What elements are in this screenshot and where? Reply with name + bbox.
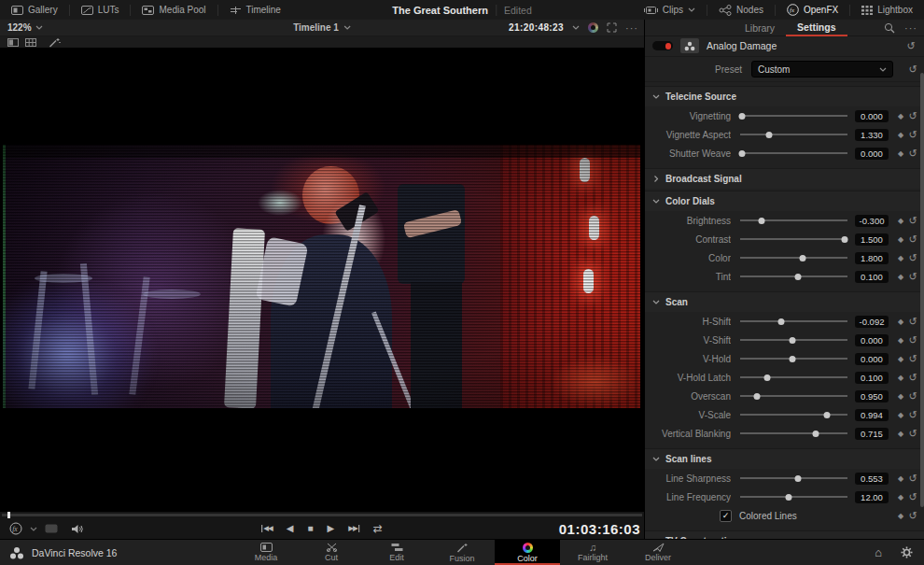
project-settings-gear-icon[interactable] [901, 546, 913, 558]
v-hold-latch-slider[interactable] [740, 372, 847, 383]
grade-indicator-icon[interactable] [588, 22, 598, 33]
panel-options-menu[interactable]: ··· [904, 22, 917, 34]
panel-scrollbar[interactable] [920, 73, 924, 507]
keyframe-icon[interactable]: ◆ [895, 318, 906, 326]
reset-icon[interactable]: ↺ [906, 272, 919, 282]
openfx-button[interactable]: fx OpenFX [776, 0, 849, 20]
v-shift-slider[interactable] [740, 334, 847, 346]
slider-knob[interactable] [795, 475, 802, 482]
reset-icon[interactable]: ↺ [906, 354, 919, 364]
keyframe-icon[interactable]: ◆ [895, 430, 906, 438]
slider-knob[interactable] [739, 113, 746, 120]
chevron-down-icon[interactable] [30, 527, 37, 531]
keyframe-icon[interactable]: ◆ [895, 235, 906, 244]
section-scan-lines[interactable]: Scan lines [645, 448, 924, 469]
colored-lines-checkbox[interactable]: ✓ [720, 510, 732, 522]
value-box[interactable]: 0.000 [855, 334, 889, 346]
clips-button[interactable]: Clips [633, 0, 707, 20]
tab-settings[interactable]: Settings [786, 20, 847, 36]
unmix-icon[interactable] [45, 524, 58, 533]
page-fairlight[interactable]: ♫ Fairlight [560, 540, 625, 565]
keyframe-icon[interactable]: ◆ [895, 149, 906, 158]
reset-icon[interactable]: ↺ [906, 391, 919, 402]
slider-knob[interactable] [824, 412, 831, 418]
reset-icon[interactable]: ↺ [906, 511, 919, 521]
tint-slider[interactable] [740, 271, 847, 282]
reset-icon[interactable]: ↺ [906, 216, 919, 226]
value-box[interactable]: 0.100 [855, 372, 889, 384]
brightness-slider[interactable] [740, 215, 847, 226]
slider-knob[interactable] [766, 132, 773, 138]
keyframe-icon[interactable]: ◆ [895, 336, 906, 345]
keyframe-icon[interactable]: ◆ [895, 411, 906, 419]
reset-icon[interactable]: ↺ [906, 130, 919, 140]
scrub-track[interactable] [2, 514, 642, 516]
stop-button[interactable]: ■ [307, 524, 313, 533]
reset-icon[interactable]: ↺ [906, 317, 919, 327]
slider-knob[interactable] [777, 318, 784, 325]
slider-knob[interactable] [795, 274, 802, 280]
enhanced-viewer-wand-icon[interactable] [49, 37, 61, 48]
value-box[interactable]: 0.950 [855, 390, 889, 403]
section-scan[interactable]: Scan [645, 291, 924, 312]
slider-knob[interactable] [790, 337, 796, 344]
contrast-slider[interactable] [740, 233, 847, 245]
v-hold-slider[interactable] [740, 353, 847, 364]
lightbox-button[interactable]: Lightbox [850, 0, 924, 20]
loop-button[interactable]: ⇄ [373, 523, 383, 534]
section-broadcast-signal[interactable]: Broadcast Signal [645, 168, 924, 189]
page-cut[interactable]: Cut [299, 540, 364, 565]
keyframe-icon[interactable]: ◆ [895, 392, 906, 401]
nodes-button[interactable]: Nodes [707, 0, 775, 20]
section-telecine-source[interactable]: Telecine Source [645, 86, 924, 106]
bypass-grades-icon[interactable]: fx [9, 522, 22, 535]
go-to-last-frame-button[interactable]: ▶▶ [348, 525, 359, 532]
zoom-level-dropdown[interactable]: 122% [0, 22, 43, 33]
value-box[interactable]: 1.500 [855, 233, 889, 246]
reset-icon[interactable]: ↺ [906, 373, 919, 383]
timeline-selector-dropdown[interactable]: Timeline 1 [293, 22, 351, 33]
preset-reset-icon[interactable]: ↺ [906, 64, 919, 75]
slider-knob[interactable] [739, 150, 746, 157]
search-icon[interactable] [884, 22, 895, 34]
slider-knob[interactable] [812, 431, 819, 437]
value-box[interactable]: 0.000 [855, 353, 889, 365]
reset-icon[interactable]: ↺ [906, 253, 919, 263]
value-box[interactable]: 0.715 [855, 428, 889, 440]
fx-reset-icon[interactable]: ↺ [904, 41, 917, 51]
slider-knob[interactable] [790, 356, 796, 362]
viewer-video[interactable] [3, 145, 640, 408]
value-box[interactable]: 0.100 [855, 271, 889, 283]
reset-icon[interactable]: ↺ [906, 429, 919, 439]
fx-enable-toggle[interactable] [652, 41, 673, 50]
reset-icon[interactable]: ↺ [906, 410, 919, 420]
keyframe-icon[interactable]: ◆ [895, 493, 906, 501]
reset-icon[interactable]: ↺ [906, 148, 919, 159]
chevron-down-icon[interactable] [572, 25, 580, 30]
keyframe-icon[interactable]: ◆ [895, 355, 906, 363]
color-slider[interactable] [740, 252, 847, 263]
value-box[interactable]: -0.092 [855, 316, 889, 328]
overscan-slider[interactable] [740, 390, 847, 402]
play-button[interactable]: ▶ [327, 524, 334, 533]
grid-view-icon[interactable] [25, 38, 36, 47]
keyframe-icon[interactable]: ◆ [895, 254, 906, 262]
preset-dropdown[interactable]: Custom [751, 61, 893, 78]
slider-knob[interactable] [785, 494, 791, 501]
shutter-weave-slider[interactable] [740, 148, 847, 159]
reset-icon[interactable]: ↺ [906, 492, 919, 502]
page-media[interactable]: Media [233, 540, 299, 565]
v-scale-slider[interactable] [740, 409, 847, 420]
record-timecode[interactable]: 21:20:48:23 [509, 22, 564, 33]
value-box[interactable]: 1.800 [855, 252, 889, 264]
split-view-icon[interactable] [7, 38, 19, 47]
reset-icon[interactable]: ↺ [906, 111, 919, 121]
slider-knob[interactable] [799, 255, 805, 261]
slider-knob[interactable] [759, 218, 765, 224]
viewer-options-menu[interactable]: ··· [625, 22, 638, 34]
page-edit[interactable]: Edit [364, 540, 429, 565]
value-box[interactable]: 1.330 [855, 129, 889, 141]
slider-knob[interactable] [841, 236, 847, 243]
h-shift-slider[interactable] [740, 316, 847, 327]
play-reverse-button[interactable]: ◀ [287, 524, 294, 533]
